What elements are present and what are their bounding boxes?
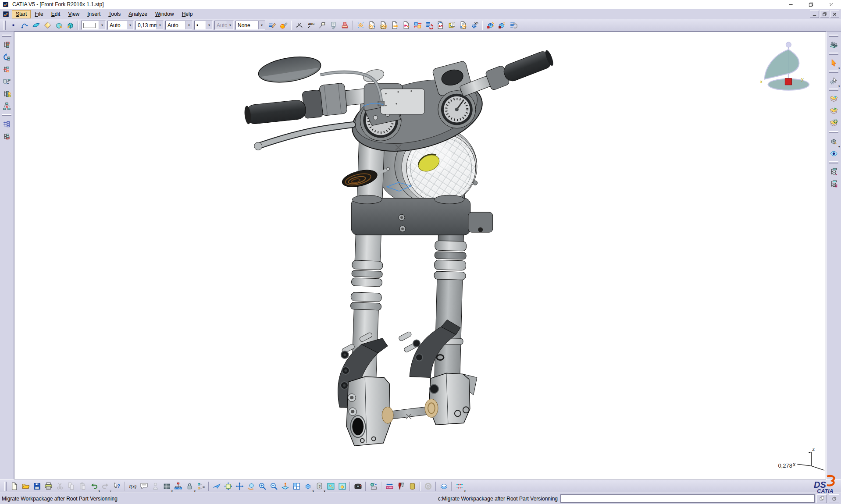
list-refresh-icon[interactable] xyxy=(507,20,519,31)
fork-bottom-right[interactable] xyxy=(429,373,477,425)
line-weight-combo[interactable]: 0,13 mm▾ xyxy=(135,21,164,30)
line-color-combo[interactable]: ▾ xyxy=(81,21,106,30)
doc-arrow-icon[interactable] xyxy=(389,20,400,31)
gauge-right[interactable] xyxy=(438,91,476,128)
view-compass[interactable]: x y xyxy=(760,42,809,90)
equals-boxes-icon[interactable]: = xyxy=(195,481,207,492)
render-style-icon[interactable]: ?▾ xyxy=(314,481,325,492)
graph-blue-icon[interactable] xyxy=(1,118,13,130)
tree-broken-icon[interactable] xyxy=(1,100,13,112)
menu-help[interactable]: Help xyxy=(178,10,197,18)
doc-swap-icon[interactable] xyxy=(412,20,423,31)
gear-doc-dark-icon[interactable] xyxy=(378,20,389,31)
toolbar-grip[interactable] xyxy=(829,35,838,37)
new-document-icon[interactable] xyxy=(8,481,20,492)
doc-gear-lines-icon[interactable] xyxy=(457,20,469,31)
lock-icon[interactable]: ▾ xyxy=(184,481,195,492)
graph-red-icon[interactable] xyxy=(1,130,13,142)
layer-filter-icon[interactable] xyxy=(438,481,449,492)
cube-link-icon[interactable] xyxy=(485,20,496,31)
axle[interactable] xyxy=(382,399,438,423)
mdi-close-button[interactable] xyxy=(830,11,839,18)
doc-transform-icon[interactable] xyxy=(400,20,412,31)
extrude-box-2-icon[interactable] xyxy=(64,20,76,31)
spline-icon[interactable] xyxy=(19,20,30,31)
toolbar-grip[interactable] xyxy=(829,161,838,163)
fly-mode-icon[interactable] xyxy=(211,481,222,492)
tree-db-icon[interactable] xyxy=(1,75,13,88)
snap-grid-dropdown-arrow[interactable]: ▾ xyxy=(464,490,466,493)
properties-painter-icon[interactable] xyxy=(266,20,278,31)
point-symbol-combo-arrow[interactable]: ▾ xyxy=(206,21,212,29)
select-arrow-dropdown-arrow[interactable]: ▾ xyxy=(838,67,840,70)
layer-combo-arrow[interactable]: ▾ xyxy=(258,21,265,29)
undo-icon[interactable]: ▾ xyxy=(88,481,100,492)
fit-all-icon[interactable] xyxy=(222,481,234,492)
quad-view-icon[interactable] xyxy=(291,481,302,492)
line-color-combo-arrow[interactable]: ▾ xyxy=(99,21,105,29)
cube-list-icon[interactable] xyxy=(496,20,507,31)
dimension-icon[interactable] xyxy=(293,20,305,31)
zoom-in-icon[interactable] xyxy=(257,481,268,492)
view-a-icon[interactable] xyxy=(325,481,336,492)
hyperlink-icon[interactable] xyxy=(328,20,339,31)
mdi-minimize-button[interactable] xyxy=(810,11,819,18)
box-update-icon[interactable] xyxy=(828,117,840,129)
whats-this-icon[interactable]: ? xyxy=(111,481,122,492)
extrude-box-icon[interactable] xyxy=(53,20,64,31)
comment-icon[interactable] xyxy=(138,481,150,492)
point-type-combo-arrow[interactable]: ▾ xyxy=(185,21,192,29)
flag-note-icon[interactable] xyxy=(316,20,328,31)
menu-window[interactable]: Window xyxy=(151,10,178,18)
inertia-icon[interactable] xyxy=(406,481,418,492)
mdi-restore-button[interactable] xyxy=(820,11,829,18)
box-export-icon[interactable] xyxy=(828,105,840,117)
save-icon[interactable] xyxy=(31,481,43,492)
doc-a5-icon[interactable]: A5 xyxy=(435,20,446,31)
gear-sun-icon[interactable] xyxy=(355,20,366,31)
expand-tree-2-icon[interactable] xyxy=(828,177,840,190)
copy-icon[interactable] xyxy=(65,481,77,492)
point-symbol-combo[interactable]: •▾ xyxy=(194,21,213,30)
toolbar-grip[interactable] xyxy=(4,21,6,30)
structure-tree-icon[interactable] xyxy=(172,481,184,492)
render-mode-combo-arrow[interactable]: ▾ xyxy=(227,21,233,29)
layer-combo[interactable]: None▾ xyxy=(235,21,265,30)
person-icon[interactable] xyxy=(150,481,161,492)
minimize-button[interactable] xyxy=(780,0,801,9)
feature-wizard-icon[interactable] xyxy=(278,20,289,31)
toolbar-grip[interactable] xyxy=(829,131,838,133)
doc-clip-icon[interactable] xyxy=(446,20,457,31)
line-type-combo[interactable]: Auto▾ xyxy=(107,21,134,30)
render-mode-combo[interactable]: Auto▾ xyxy=(214,21,234,30)
measure-ruler-icon[interactable] xyxy=(384,481,395,492)
gear-doc-icon[interactable] xyxy=(366,20,378,31)
annotation-text-icon[interactable]: ABC xyxy=(305,20,316,31)
pan-icon[interactable] xyxy=(234,481,245,492)
tree-publish-icon[interactable] xyxy=(1,88,13,100)
gear-xn-icon[interactable]: n xyxy=(469,20,480,31)
line-type-combo-arrow[interactable]: ▾ xyxy=(127,21,133,29)
menu-view[interactable]: View xyxy=(64,10,83,18)
close-button[interactable] xyxy=(821,0,841,9)
menu-start[interactable]: Start xyxy=(12,10,31,18)
redo-icon[interactable]: ▾ xyxy=(100,481,111,492)
line-weight-combo-arrow[interactable]: ▾ xyxy=(157,21,163,29)
menu-analyze[interactable]: Analyze xyxy=(125,10,151,18)
toolbar-grip[interactable] xyxy=(2,35,11,37)
viewport-3d[interactable]: x y z x y 0,278 xyxy=(14,32,826,479)
menu-edit[interactable]: Edit xyxy=(47,10,64,18)
menu-tools[interactable]: Tools xyxy=(104,10,125,18)
stamp-icon[interactable] xyxy=(339,20,350,31)
open-box-icon[interactable]: ▾ xyxy=(828,135,840,147)
tree-insert-icon[interactable] xyxy=(1,63,13,75)
formula-fx-icon[interactable]: f(x) xyxy=(127,481,138,492)
print-icon[interactable] xyxy=(43,481,54,492)
menu-file[interactable]: File xyxy=(31,10,47,18)
menu-insert[interactable]: Insert xyxy=(83,10,104,18)
command-input[interactable] xyxy=(560,494,815,503)
datum-point-icon[interactable] xyxy=(7,20,19,31)
view-b-icon[interactable] xyxy=(336,481,348,492)
toolbar-grip[interactable] xyxy=(4,482,7,491)
toolbar-grip[interactable] xyxy=(829,53,838,55)
